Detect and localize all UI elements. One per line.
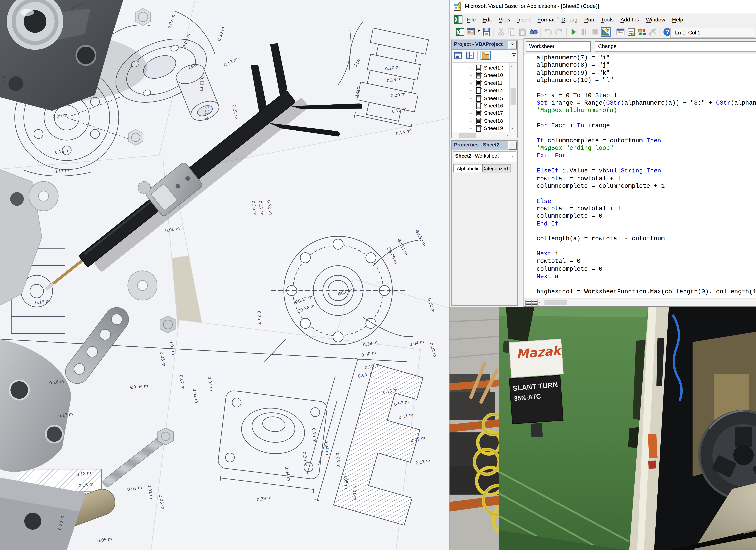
project-panel-header[interactable]: Project - VBAProject × [452, 40, 517, 50]
menu-help[interactable]: Help [669, 14, 687, 23]
title-bar: Microsoft Visual Basic for Applications … [450, 0, 756, 14]
code-line-11[interactable] [525, 130, 756, 137]
menu-debug[interactable]: Debug [558, 14, 581, 23]
properties-object-dropdown[interactable]: Sheet2 Worksheet › [453, 152, 516, 162]
toolbar-separator [566, 28, 567, 37]
code-line-15[interactable] [525, 160, 756, 168]
project-tree-hscrollbar[interactable]: ‹ › [452, 132, 517, 139]
caret-position: Ln 1, Col 1 [675, 30, 701, 35]
procedure-dropdown[interactable]: Change › [595, 41, 756, 52]
worksheet-child-icon [454, 15, 463, 24]
cnc-lathe-photo: Mazak SLANT TURN 35N-ATC [450, 307, 756, 550]
menu-addins[interactable]: Add-Ins [617, 14, 643, 23]
properties-window-icon[interactable] [627, 27, 636, 37]
code-line-22[interactable]: columncomplete = 0 [525, 213, 756, 220]
code-line-31[interactable] [525, 280, 756, 288]
code-line-8[interactable]: 'MsgBox alphanumero(a) [525, 107, 756, 115]
screenshot-stage: 0.04 m0.02 m0.04 m0.30 m154°0.31 m0.11 m… [0, 0, 756, 550]
paste-icon[interactable] [518, 27, 528, 37]
code-line-26[interactable] [525, 243, 756, 251]
code-line-28[interactable]: rowtotal = 0 [525, 258, 756, 266]
code-line-20[interactable]: Else [525, 198, 756, 205]
menu-insert[interactable]: Insert [514, 14, 534, 23]
code-line-12[interactable]: If columncomplete = cutoffnum Then [525, 137, 756, 145]
procedure-dropdown-value: Change [598, 44, 617, 49]
drawings-photo: 0.04 m0.02 m0.04 m0.30 m154°0.31 m0.11 m… [0, 0, 450, 550]
code-combo-row: Worksheet › Change › [524, 39, 756, 55]
code-line-9[interactable] [525, 115, 756, 122]
menu-edit[interactable]: Edit [479, 14, 495, 23]
properties-close-icon[interactable]: × [508, 141, 517, 150]
design-mode-icon[interactable] [601, 27, 611, 37]
code-line-6[interactable]: For a = 0 To 10 Step 1 [525, 92, 756, 100]
code-line-18[interactable]: columncomplete = columncomplete + 1 [525, 183, 756, 190]
worksheet-icon [476, 102, 483, 110]
break-icon[interactable] [580, 27, 589, 37]
toolbox-icon[interactable] [648, 27, 658, 37]
chevron-down-icon: › [511, 156, 516, 157]
cut-icon[interactable] [497, 27, 506, 37]
project-close-icon[interactable]: × [508, 41, 517, 49]
run-icon[interactable] [569, 27, 579, 37]
view-code-icon[interactable] [453, 51, 463, 60]
properties-object-name: Sheet2 [455, 153, 471, 159]
code-line-3[interactable]: alphanumero(9) = "k" [525, 69, 756, 77]
code-line-4[interactable]: alphanumero(10) = "l" [525, 77, 756, 85]
object-dropdown[interactable]: Worksheet › [526, 41, 591, 52]
worksheet-icon [476, 125, 483, 132]
code-line-25[interactable]: collength(a) = rowtotal - cutoffnum [525, 235, 756, 243]
worksheet-icon [476, 87, 483, 95]
tab-categorized[interactable]: Categorized [478, 164, 511, 173]
menu-tools[interactable]: Tools [598, 14, 617, 23]
object-dropdown-value: Worksheet [529, 44, 554, 49]
project-explorer-icon[interactable] [616, 27, 626, 37]
code-line-29[interactable]: columncomplete = 0 [525, 266, 756, 273]
code-hscrollbar[interactable]: ‹ › [524, 298, 756, 306]
code-line-1[interactable]: alphanumero(7) = "i" [525, 54, 756, 62]
undo-icon[interactable] [544, 27, 553, 37]
code-line-27[interactable]: Next i [525, 251, 756, 258]
menu-run[interactable]: Run [581, 14, 598, 23]
vba-window: Microsoft Visual Basic for Applications … [450, 0, 756, 307]
code-line-16[interactable]: ElseIf i.Value = vbNullString Then [525, 168, 756, 175]
project-overflow-icon[interactable]: ▼ [512, 53, 516, 58]
code-editor[interactable]: alphanumero(7) = "i"alphanumero(8) = "j"… [525, 54, 756, 298]
code-line-10[interactable]: For Each i In irange [525, 122, 756, 130]
code-line-21[interactable]: rowtotal = rowtotal + 1 [525, 205, 756, 213]
code-line-32[interactable]: highestcol = WorksheetFunction.Max(colle… [525, 288, 756, 295]
find-icon[interactable] [529, 27, 539, 37]
code-line-19[interactable] [525, 190, 756, 198]
procedure-view-icon[interactable] [525, 299, 531, 306]
menu-window[interactable]: Window [642, 14, 669, 23]
code-line-23[interactable]: End If [525, 220, 756, 228]
view-object-icon[interactable] [465, 51, 475, 60]
code-line-30[interactable]: Next a [525, 273, 756, 280]
full-module-view-icon[interactable] [531, 299, 538, 306]
project-explorer-panel: Project - VBAProject × ▼ › › Sheet1 (She… [451, 40, 518, 138]
tab-alphabetic[interactable]: Alphabetic [453, 164, 483, 173]
project-tree-vscrollbar[interactable]: › › [509, 63, 517, 132]
code-line-2[interactable]: alphanumero(8) = "j" [525, 62, 756, 69]
toolbar-separator [477, 51, 478, 60]
code-line-24[interactable] [525, 228, 756, 235]
code-line-5[interactable] [525, 85, 756, 92]
menu-format[interactable]: Format [534, 14, 558, 23]
reset-icon[interactable] [590, 27, 600, 37]
menu-view[interactable]: View [495, 14, 514, 23]
code-line-17[interactable]: rowtotal = rowtotal + 1 [525, 175, 756, 183]
insert-dropdown-caret-icon[interactable]: ▼ [476, 26, 481, 36]
view-excel-icon[interactable] [455, 27, 465, 37]
code-line-14[interactable]: Exit For [525, 152, 756, 160]
cnc-lathe-art [450, 307, 756, 550]
copy-icon[interactable] [507, 27, 517, 37]
menu-file[interactable]: File [464, 14, 479, 23]
dimension-label: 0.11 m [199, 76, 204, 91]
toggle-folders-icon[interactable] [481, 51, 491, 60]
save-icon[interactable] [482, 27, 492, 37]
insert-userform-icon[interactable] [466, 27, 476, 37]
object-browser-icon[interactable] [637, 27, 647, 37]
properties-panel-header[interactable]: Properties - Sheet2 × [452, 141, 517, 150]
code-line-13[interactable]: 'MsgBox "ending loop" [525, 145, 756, 152]
toolbar-separator [541, 28, 541, 37]
code-line-7[interactable]: Set irange = Range(CStr(alphanumero(a)) … [525, 100, 756, 107]
